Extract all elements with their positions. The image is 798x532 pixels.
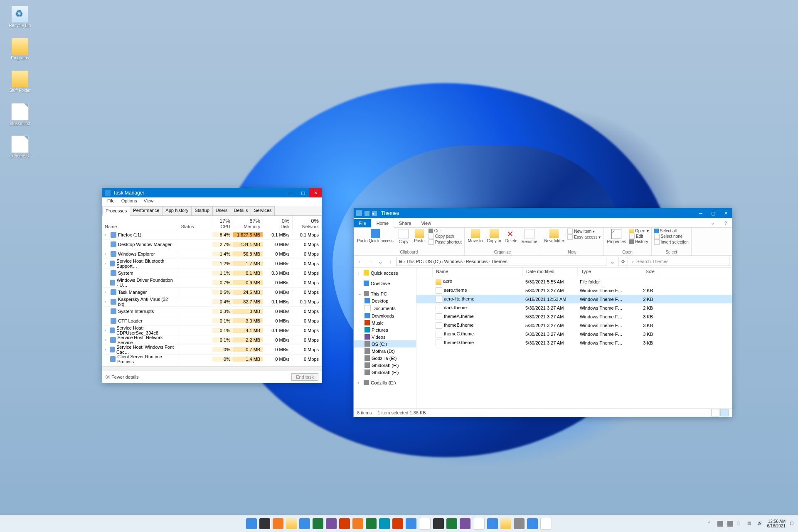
address-dropdown[interactable]: ⌄ bbox=[608, 257, 616, 266]
maximize-button[interactable]: ▢ bbox=[297, 188, 309, 197]
process-row[interactable]: ›Kaspersky Anti-Virus (32 bit)0.4%82.7 M… bbox=[102, 297, 322, 307]
taskbar-app-icon[interactable] bbox=[406, 518, 416, 529]
new-item-button[interactable]: New item ▾ bbox=[567, 229, 601, 234]
tm-titlebar[interactable]: Task Manager ─ ▢ ✕ bbox=[102, 188, 322, 197]
desktop-icon[interactable]: Stuff Folder bbox=[4, 71, 36, 93]
pin-quick-access-button[interactable]: Pin to Quick access bbox=[356, 229, 394, 244]
close-button[interactable]: ✕ bbox=[309, 188, 322, 197]
file-row[interactable]: dark.theme5/30/2021 3:27 AMWindows Theme… bbox=[416, 303, 732, 312]
up-button[interactable]: ↑ bbox=[386, 257, 394, 266]
tree-node[interactable]: OneDrive bbox=[354, 280, 416, 287]
desktop-icon[interactable]: ntoskrnl.txt bbox=[4, 103, 36, 126]
tab-users[interactable]: Users bbox=[212, 206, 231, 215]
thumbnails-view-button[interactable] bbox=[711, 409, 719, 416]
menu-view[interactable]: View bbox=[140, 197, 157, 206]
tab-processes[interactable]: Processes bbox=[102, 207, 130, 216]
volume-icon[interactable]: 🔊 bbox=[757, 521, 763, 527]
crumb[interactable]: Windows bbox=[444, 259, 463, 264]
process-row[interactable]: ›Service Host: Network Service0.1%2.2 MB… bbox=[102, 335, 322, 345]
taskbar-app-icon[interactable] bbox=[433, 518, 444, 529]
help-icon[interactable]: ? bbox=[719, 219, 732, 227]
back-button[interactable]: ← bbox=[356, 257, 365, 266]
taskbar-app-icon[interactable] bbox=[487, 518, 498, 529]
copy-path-button[interactable]: Copy path bbox=[429, 234, 462, 239]
tree-node[interactable]: ›Quick access bbox=[354, 269, 416, 276]
process-row[interactable]: ›Service Host: Windows Font Cac…0%0.7 MB… bbox=[102, 345, 322, 355]
col-network[interactable]: Network bbox=[295, 224, 319, 229]
taskbar-app-icon[interactable] bbox=[514, 518, 525, 529]
menu-file[interactable]: File bbox=[104, 197, 118, 206]
tray-icon[interactable] bbox=[727, 521, 733, 527]
process-row[interactable]: Client Server Runtime Process0%1.4 MB0 M… bbox=[102, 355, 322, 364]
minimize-button[interactable]: ─ bbox=[284, 188, 297, 197]
history-button[interactable]: History bbox=[629, 239, 648, 244]
process-row[interactable]: ›Windows Explorer1.4%56.8 MB0 MB/s0 Mbps bbox=[102, 249, 322, 259]
tab-home[interactable]: Home bbox=[371, 219, 394, 228]
col-size[interactable]: Size bbox=[626, 268, 658, 277]
tab-performance[interactable]: Performance bbox=[130, 206, 163, 215]
maximize-button[interactable]: ▢ bbox=[707, 209, 719, 218]
col-type[interactable]: Type bbox=[578, 268, 626, 277]
taskbar-app-icon[interactable] bbox=[313, 518, 323, 529]
crumb[interactable]: This PC bbox=[406, 259, 422, 264]
process-row[interactable]: ›Task Manager0.5%24.5 MB0 MB/s0 Mbps bbox=[102, 288, 322, 297]
tree-node[interactable]: Ghidorah (F:) bbox=[354, 369, 416, 376]
taskbar-app-icon[interactable] bbox=[500, 518, 511, 529]
col-date[interactable]: Date modified bbox=[523, 268, 578, 277]
tab-view[interactable]: View bbox=[416, 219, 436, 227]
recent-dropdown[interactable]: ⌄ bbox=[376, 257, 384, 266]
tree-node[interactable]: Godzilla (E:) bbox=[354, 355, 416, 362]
file-row[interactable]: themeB.theme5/30/2021 3:27 AMWindows The… bbox=[416, 321, 732, 330]
taskbar-app-icon[interactable] bbox=[419, 518, 431, 530]
taskbar-app-icon[interactable] bbox=[299, 518, 310, 529]
tab-startup[interactable]: Startup bbox=[191, 206, 212, 215]
copy-to-button[interactable]: Copy to bbox=[486, 229, 502, 244]
search-input[interactable]: ⌕Search Themes bbox=[630, 257, 729, 266]
clock[interactable]: 12:56 AM 6/16/2021 bbox=[767, 519, 786, 528]
list-header[interactable]: Name Date modified Type Size bbox=[416, 268, 732, 277]
desktop-icon[interactable]: Recycle Bin bbox=[4, 6, 36, 28]
file-row[interactable]: aero.theme5/30/2021 3:27 AMWindows Theme… bbox=[416, 286, 732, 295]
refresh-button[interactable]: ⟳ bbox=[618, 257, 628, 266]
tray-chevron-icon[interactable]: ⌃ bbox=[707, 521, 713, 527]
tab-details[interactable]: Details bbox=[231, 206, 251, 215]
file-row[interactable]: aero-lite.theme6/16/2021 12:53 AMWindows… bbox=[416, 295, 732, 303]
tree-node[interactable]: OS (C:) bbox=[354, 340, 416, 347]
col-status[interactable]: Status bbox=[181, 224, 209, 229]
tab-file[interactable]: File bbox=[354, 219, 371, 227]
ex-titlebar[interactable]: ▾ Themes ─ ▢ ✕ bbox=[354, 208, 732, 218]
file-row[interactable]: themeC.theme5/30/2021 3:27 AMWindows The… bbox=[416, 330, 732, 338]
process-row[interactable]: ›Service Host: Bluetooth Support…1.2%1.7… bbox=[102, 259, 322, 268]
crumb[interactable]: Resources bbox=[466, 259, 488, 264]
cut-button[interactable]: Cut bbox=[429, 229, 462, 233]
edit-button[interactable]: Edit bbox=[629, 234, 648, 239]
file-row[interactable]: themeD.theme5/30/2021 3:27 AMWindows The… bbox=[416, 338, 732, 347]
details-view-button[interactable] bbox=[720, 409, 729, 416]
invert-selection-button[interactable]: Invert selection bbox=[654, 239, 689, 245]
open-button[interactable]: Open ▾ bbox=[629, 229, 648, 233]
taskbar-app-icon[interactable] bbox=[259, 518, 270, 529]
new-folder-button[interactable]: New folder bbox=[544, 229, 565, 244]
taskbar-app-icon[interactable] bbox=[446, 518, 457, 529]
file-row[interactable]: aero5/30/2021 5:55 AMFile folder bbox=[416, 277, 732, 286]
taskbar-app-icon[interactable] bbox=[379, 518, 390, 529]
taskbar-app-icon[interactable] bbox=[286, 518, 297, 529]
qat-dropdown-icon[interactable]: ▾ bbox=[372, 211, 377, 216]
tree-node[interactable]: Mothra (D:) bbox=[354, 347, 416, 355]
taskbar-app-icon[interactable] bbox=[273, 518, 283, 529]
paste-shortcut-button[interactable]: Paste shortcut bbox=[429, 239, 462, 245]
process-row[interactable]: Windows Driver Foundation - U…0.7%0.9 MB… bbox=[102, 278, 322, 288]
desktop-icon[interactable]: uxtheme.txt bbox=[4, 135, 36, 158]
taskbar-app-icon[interactable] bbox=[527, 518, 538, 529]
process-row[interactable]: ›Service Host: CDPUserSvc_394c80.1%4.1 M… bbox=[102, 326, 322, 335]
tree-node[interactable]: Music bbox=[354, 319, 416, 326]
close-button[interactable]: ✕ bbox=[719, 209, 732, 218]
col-name[interactable]: Name bbox=[433, 268, 523, 277]
breadcrumb[interactable]: 🖥›This PC›OS (C:)›Windows›Resources›Them… bbox=[396, 257, 606, 266]
tree-node[interactable]: Documents bbox=[354, 304, 416, 312]
tab-share[interactable]: Share bbox=[394, 219, 416, 227]
col-cpu[interactable]: CPU bbox=[215, 224, 230, 229]
tm-column-header[interactable]: Name Status 17%CPU 67%Memory 0%Disk 0%Ne… bbox=[102, 216, 322, 230]
tab-services[interactable]: Services bbox=[251, 206, 275, 215]
process-row[interactable]: Desktop Window Manager2.7%134.1 MB0 MB/s… bbox=[102, 240, 322, 249]
